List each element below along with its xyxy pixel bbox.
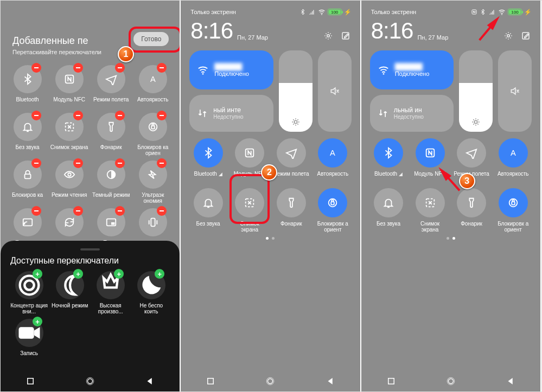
nav-home-icon[interactable] bbox=[446, 376, 456, 386]
toggle-bluetooth[interactable]: Bluetooth ◢ bbox=[189, 138, 227, 183]
drag-handle[interactable] bbox=[80, 248, 100, 250]
toggle-torch[interactable]: Фонарик bbox=[272, 188, 310, 233]
toggle-dark[interactable]: Темный режим bbox=[92, 160, 130, 204]
remove-badge[interactable] bbox=[31, 206, 41, 216]
toggle-label: Снимок экрана bbox=[50, 144, 88, 156]
available-night[interactable]: +Ночной режим bbox=[51, 271, 88, 314]
nav-back-icon[interactable] bbox=[506, 376, 515, 386]
remove-badge[interactable] bbox=[115, 63, 125, 73]
toggle-label: Режим полета bbox=[272, 171, 310, 183]
remove-badge[interactable] bbox=[115, 206, 125, 216]
available-record[interactable]: +Запись bbox=[10, 319, 48, 356]
bluetooth-status-icon bbox=[480, 9, 486, 15]
nav-recent-icon[interactable] bbox=[386, 376, 396, 386]
android-navbar bbox=[361, 376, 540, 386]
toggle-lock-rot[interactable]: Блокиров ка ориен bbox=[133, 113, 172, 156]
battery-indicator: 100 bbox=[508, 9, 522, 15]
nav-recent-icon[interactable] bbox=[206, 376, 215, 386]
wifi-status: Подключено bbox=[214, 70, 249, 77]
toggle-label: Блокиров ка ориен bbox=[133, 144, 172, 156]
phone-2-control-center: Только экстренн 100 ⚡ 8:16 Пн, 27 Мар ██… bbox=[181, 1, 361, 391]
nav-back-icon[interactable] bbox=[326, 376, 335, 386]
remove-badge[interactable] bbox=[31, 111, 41, 120]
svg-point-23 bbox=[268, 379, 273, 384]
toggle-torch[interactable]: Фонарик bbox=[92, 113, 130, 156]
data-arrows-icon bbox=[197, 108, 208, 119]
toggle-screenshot[interactable]: Снимок экрана bbox=[411, 188, 449, 233]
pager bbox=[361, 237, 540, 240]
wifi-card[interactable]: ██████ Подключено bbox=[189, 50, 273, 89]
toggle-torch[interactable]: Фонарик bbox=[453, 188, 490, 233]
marker-1: 1 bbox=[118, 46, 134, 62]
toggle-bell[interactable]: Без звука bbox=[370, 188, 407, 233]
add-badge[interactable]: + bbox=[33, 269, 42, 279]
wifi-status-icon bbox=[498, 8, 506, 16]
gear-icon[interactable] bbox=[323, 31, 333, 41]
toggle-label: Bluetooth ◢ bbox=[189, 171, 227, 183]
mobile-data-card[interactable]: льный ин Недоступно bbox=[370, 95, 454, 132]
toggle-lock-rot[interactable]: Блокировк а ориент bbox=[314, 188, 352, 233]
toggle-bell[interactable]: Без звука bbox=[8, 113, 47, 156]
remove-badge[interactable] bbox=[157, 111, 167, 120]
toggle-bell[interactable]: Без звука bbox=[189, 188, 227, 233]
remove-badge[interactable] bbox=[115, 158, 125, 168]
available-dnd[interactable]: +Не беспо коить bbox=[132, 271, 170, 314]
toggle-auto[interactable]: Автояркость bbox=[133, 65, 172, 108]
brightness-slider[interactable] bbox=[279, 50, 313, 132]
date: Пн, 27 Мар bbox=[417, 34, 499, 41]
wifi-ssid: ██████ bbox=[395, 63, 430, 70]
remove-badge[interactable] bbox=[31, 158, 41, 168]
charging-icon: ⚡ bbox=[524, 9, 532, 16]
pager bbox=[181, 237, 360, 240]
toggle-bluetooth[interactable]: Bluetooth ◢ bbox=[370, 138, 407, 183]
toggle-power[interactable]: Ультраэк ономия bbox=[133, 160, 172, 204]
toggle-auto[interactable]: Автояркость bbox=[314, 138, 352, 183]
toggle-label: Запись bbox=[10, 350, 48, 356]
brightness-slider[interactable] bbox=[459, 50, 493, 132]
nfc-status-icon bbox=[471, 9, 477, 15]
remove-badge[interactable] bbox=[73, 63, 83, 73]
toggle-eye[interactable]: Режим чтения bbox=[50, 160, 88, 204]
edit-icon[interactable] bbox=[521, 31, 531, 41]
wifi-status-icon bbox=[318, 8, 326, 16]
toggle-label: Bluetooth ◢ bbox=[370, 171, 407, 183]
toggle-bluetooth[interactable]: Bluetooth bbox=[8, 65, 47, 108]
add-badge[interactable]: + bbox=[33, 317, 42, 326]
available-perf[interactable]: +Высокая произво... bbox=[92, 271, 129, 314]
nav-home-icon[interactable] bbox=[265, 376, 275, 386]
nav-home-icon[interactable] bbox=[85, 376, 95, 386]
remove-badge[interactable] bbox=[73, 206, 83, 216]
remove-badge[interactable] bbox=[73, 111, 83, 120]
wifi-card[interactable]: ██████ Подключено bbox=[370, 50, 454, 89]
remove-badge[interactable] bbox=[157, 206, 167, 216]
toggle-screenshot[interactable]: Снимок экрана bbox=[50, 113, 88, 156]
remove-badge[interactable] bbox=[157, 158, 167, 168]
remove-badge[interactable] bbox=[73, 158, 83, 168]
available-title: Доступные переключатели bbox=[10, 256, 170, 266]
nfc-icon bbox=[416, 138, 445, 168]
nav-recent-icon[interactable] bbox=[25, 376, 35, 386]
remove-badge[interactable] bbox=[31, 63, 41, 73]
toggle-auto[interactable]: Автояркость bbox=[494, 138, 532, 183]
toggle-label: Снимок экрана bbox=[231, 221, 269, 233]
toggle-label: Темный режим bbox=[92, 192, 130, 204]
available-focus[interactable]: +Концентр ация вни... bbox=[10, 271, 48, 314]
toggle-airplane[interactable]: Режим полета bbox=[272, 138, 310, 183]
mobile-data-card[interactable]: ный инте Недоступно bbox=[189, 95, 273, 132]
remove-badge[interactable] bbox=[115, 111, 125, 120]
mute-toggle[interactable] bbox=[498, 50, 532, 132]
toggle-lock[interactable]: Блокиров ка bbox=[8, 160, 47, 204]
nav-back-icon[interactable] bbox=[145, 376, 155, 386]
toggle-nfc[interactable]: Модуль NFC bbox=[50, 65, 88, 108]
toggle-label: Bluetooth bbox=[8, 97, 47, 108]
toggle-screenshot[interactable]: Снимок экрана bbox=[231, 188, 269, 233]
edit-icon[interactable] bbox=[341, 31, 350, 41]
toggle-label: Автояркость bbox=[314, 171, 352, 183]
mute-toggle[interactable] bbox=[318, 50, 352, 132]
toggle-airplane[interactable]: Режим полета bbox=[92, 65, 130, 108]
nfc-icon bbox=[235, 138, 264, 168]
remove-badge[interactable] bbox=[157, 63, 167, 73]
toggle-lock-rot[interactable]: Блокировк а ориент bbox=[494, 188, 532, 233]
gear-icon[interactable] bbox=[503, 31, 513, 41]
done-button[interactable]: Готово bbox=[133, 32, 169, 46]
